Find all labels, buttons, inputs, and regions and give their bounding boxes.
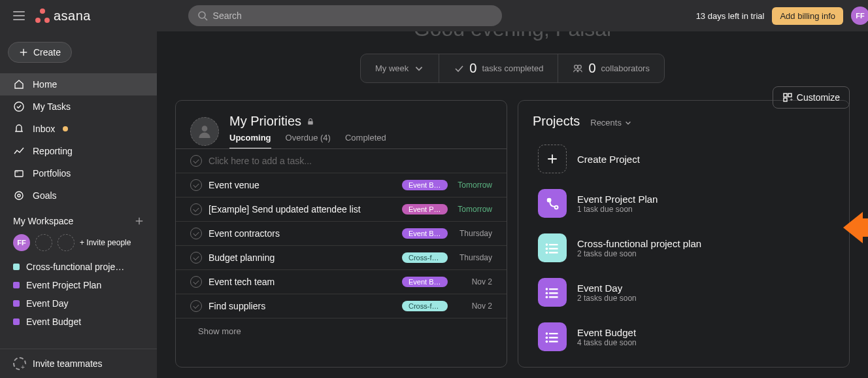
sidebar-item-portfolios[interactable]: Portfolios: [0, 162, 157, 184]
sidebar-project-item[interactable]: Event Day: [0, 294, 157, 313]
sidebar-item-my-tasks[interactable]: My Tasks: [0, 95, 157, 118]
projects-filter-label: Recents: [590, 118, 622, 128]
project-color-icon: [13, 300, 20, 307]
add-member-avatar[interactable]: [58, 234, 75, 251]
task-row[interactable]: Event contractors Event Bu… Thursday: [176, 222, 507, 246]
asana-logo[interactable]: asana: [35, 9, 91, 24]
customize-button[interactable]: Customize: [773, 86, 850, 109]
project-icon: [538, 322, 567, 351]
sidebar-project-item[interactable]: Event Budget: [0, 313, 157, 331]
project-card[interactable]: Event Day2 tasks due soon: [533, 270, 835, 315]
project-subtitle: 4 tasks due soon: [577, 338, 637, 347]
tasks-completed-stat[interactable]: 0 tasks completed: [439, 54, 558, 82]
asana-logo-icon: [35, 9, 50, 23]
project-label: Cross-functional proje…: [26, 262, 124, 272]
project-icon: [538, 278, 567, 307]
range-selector[interactable]: My week: [361, 57, 439, 80]
invite-people-link[interactable]: + Invite people: [80, 238, 131, 247]
trial-days-text: 13 days left in trial: [696, 11, 765, 21]
task-complete-checkbox[interactable]: [190, 155, 202, 167]
invite-teammates-icon: [13, 357, 26, 370]
task-row[interactable]: Event tech team Event Bu… Nov 2: [176, 270, 507, 294]
menu-toggle-button[interactable]: [8, 6, 30, 26]
stats-bar: My week 0 tasks completed 0 collaborator…: [360, 54, 665, 83]
project-card[interactable]: Cross-functional project plan2 tasks due…: [533, 226, 835, 270]
list-icon: [545, 330, 559, 344]
nav-label: My Tasks: [33, 101, 71, 112]
tab-upcoming[interactable]: Upcoming: [229, 133, 271, 149]
task-complete-checkbox[interactable]: [190, 228, 202, 239]
task-project-tag[interactable]: Event Bu…: [402, 180, 448, 190]
task-complete-checkbox[interactable]: [190, 179, 202, 191]
user-avatar[interactable]: FF: [851, 7, 868, 25]
bell-icon: [13, 123, 25, 135]
sidebar-project-item[interactable]: Event Project Plan: [0, 276, 157, 294]
project-card[interactable]: Event Budget4 tasks due soon: [533, 315, 835, 359]
projects-filter[interactable]: Recents: [590, 118, 632, 128]
project-icon: [538, 189, 567, 218]
create-project-icon: [538, 145, 567, 173]
add-member-avatar[interactable]: [35, 234, 52, 251]
list-icon: [545, 241, 559, 255]
sidebar-item-home[interactable]: Home: [0, 73, 157, 95]
check-icon: [454, 63, 464, 74]
task-project-tag[interactable]: Cross-fu…: [402, 252, 448, 263]
create-button[interactable]: Create: [8, 42, 72, 63]
sidebar-project-item[interactable]: Cross-functional proje…: [0, 258, 157, 276]
sidebar-item-inbox[interactable]: Inbox: [0, 118, 157, 140]
task-name: [Example] Send updated attendee list: [209, 204, 395, 215]
project-name: Event Project Plan: [577, 194, 658, 205]
task-name: Budget planning: [209, 252, 395, 263]
greeting-title: Good evening, Faisal: [157, 31, 868, 43]
priorities-title: My Priorities: [229, 114, 301, 129]
workspace-header[interactable]: My Workspace: [0, 207, 157, 232]
nav-label: Reporting: [33, 146, 73, 156]
task-name: Event tech team: [209, 277, 395, 287]
collab-label: collaborators: [601, 63, 650, 73]
search-icon: [197, 10, 208, 21]
search-input[interactable]: Search: [188, 5, 502, 26]
project-name: Event Day: [577, 283, 637, 294]
task-project-tag[interactable]: Event Bu…: [402, 228, 448, 239]
task-row[interactable]: [Example] Send updated attendee list Eve…: [176, 198, 507, 222]
task-name: Event contractors: [209, 228, 395, 239]
task-project-tag[interactable]: Event Pro…: [402, 204, 448, 215]
invite-teammates-link[interactable]: Invite teammates: [0, 349, 157, 378]
tab-overdue[interactable]: Overdue (4): [286, 133, 331, 149]
task-complete-checkbox[interactable]: [190, 203, 202, 215]
workspace-label: My Workspace: [13, 216, 73, 226]
create-project-row[interactable]: Create Project: [533, 137, 835, 181]
task-due-date: Nov 2: [454, 301, 492, 311]
task-row[interactable]: Find suppliers Cross-fu… Nov 2: [176, 294, 507, 318]
customize-icon: [782, 92, 793, 103]
project-card[interactable]: Event Project Plan1 task due soon: [533, 181, 835, 226]
collaborators-stat[interactable]: 0 collaborators: [558, 54, 664, 82]
project-color-icon: [13, 318, 20, 325]
add-billing-button[interactable]: Add billing info: [772, 7, 843, 25]
my-avatar[interactable]: FF: [13, 234, 30, 251]
sidebar-item-reporting[interactable]: Reporting: [0, 140, 157, 162]
workspace-people: FF + Invite people: [0, 232, 157, 258]
task-due-date: Thursday: [454, 229, 492, 238]
tasks-count: 0: [469, 61, 476, 76]
tab-completed[interactable]: Completed: [345, 133, 386, 149]
show-more-button[interactable]: Show more: [176, 318, 507, 344]
task-project-tag[interactable]: Event Bu…: [402, 277, 448, 287]
project-label: Event Budget: [26, 317, 81, 327]
task-complete-checkbox[interactable]: [190, 276, 202, 288]
project-name: Event Budget: [577, 327, 637, 338]
task-project-tag[interactable]: Cross-fu…: [402, 301, 448, 311]
task-complete-checkbox[interactable]: [190, 300, 202, 312]
task-row[interactable]: Event venue Event Bu… Tomorrow: [176, 173, 507, 198]
add-project-icon[interactable]: [135, 216, 144, 226]
chevron-down-icon: [414, 63, 424, 74]
add-task-row[interactable]: Click here to add a task...: [176, 149, 507, 173]
home-icon: [13, 78, 25, 90]
sidebar-item-goals[interactable]: Goals: [0, 184, 157, 207]
task-complete-checkbox[interactable]: [190, 252, 202, 264]
trend-icon: [13, 145, 25, 157]
profile-avatar-placeholder[interactable]: [190, 117, 219, 146]
chevron-down-icon: [624, 119, 632, 127]
nav-label: Inbox: [33, 124, 55, 134]
task-row[interactable]: Budget planning Cross-fu… Thursday: [176, 246, 507, 270]
